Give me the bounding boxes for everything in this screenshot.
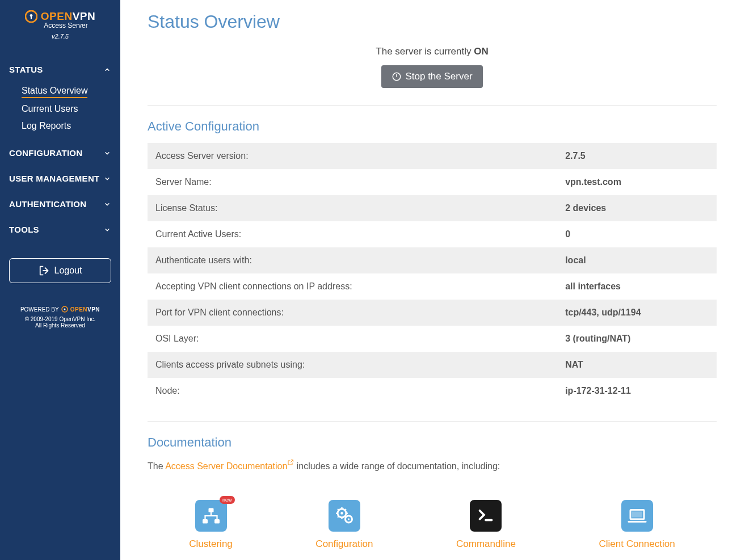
config-label: Node: [148, 378, 557, 404]
doc-card-commandline[interactable]: Commandline [456, 500, 516, 550]
chevron-down-icon [103, 149, 111, 157]
divider [148, 105, 717, 106]
svg-point-13 [348, 519, 350, 520]
chevron-down-icon [103, 175, 111, 183]
config-row: Node:ip-172-31-12-11 [148, 378, 717, 404]
divider [148, 421, 717, 422]
doc-card-configuration[interactable]: Configuration [315, 500, 373, 550]
svg-point-11 [340, 512, 343, 515]
doc-card-clustering[interactable]: newClustering [189, 500, 233, 550]
terminal-icon [470, 500, 502, 532]
config-row: Server Name:vpn.test.com [148, 169, 717, 195]
version-label: v2.7.5 [6, 33, 115, 40]
config-label: Server Name: [148, 169, 557, 195]
config-value: 3 (routing/NAT) [557, 326, 717, 352]
config-table: Access Server version:2.7.5Server Name:v… [148, 143, 717, 404]
config-value: all interfaces [557, 273, 717, 300]
external-link-icon [287, 459, 294, 466]
svg-rect-8 [203, 519, 208, 524]
openvpn-logo-icon [61, 306, 68, 313]
config-label: Port for VPN client connections: [148, 300, 557, 326]
cluster-icon [195, 500, 227, 532]
config-row: Clients access private subnets using:NAT [148, 352, 717, 378]
logo-section: OPENVPN Access Server v2.7.5 [0, 10, 120, 51]
openvpn-logo-icon [25, 10, 37, 23]
documentation-intro: The Access Server Documentation includes… [148, 459, 717, 471]
config-value: NAT [557, 352, 717, 378]
config-label: Authenticate users with: [148, 247, 557, 273]
chevron-down-icon [103, 200, 111, 208]
nav-item-status-overview[interactable]: Status Overview [22, 82, 87, 98]
config-value: 2 devices [557, 195, 717, 221]
config-row: Authenticate users with:local [148, 247, 717, 273]
config-label: Accepting VPN client connections on IP a… [148, 273, 557, 300]
power-icon [392, 71, 402, 82]
chevron-down-icon [103, 226, 111, 234]
config-row: License Status:2 devices [148, 195, 717, 221]
nav-item-current-users[interactable]: Current Users [22, 100, 120, 117]
svg-rect-16 [632, 512, 642, 518]
new-badge: new [220, 496, 235, 504]
logout-icon [39, 265, 51, 276]
nav-section-configuration[interactable]: CONFIGURATION [0, 140, 120, 166]
config-label: License Status: [148, 195, 557, 221]
nav-section-status[interactable]: STATUS [0, 57, 120, 82]
main-content: Status Overview The server is currently … [120, 0, 745, 560]
logo-text: OPENVPN [41, 10, 95, 23]
config-label: Clients access private subnets using: [148, 352, 557, 378]
config-value: 0 [557, 221, 717, 247]
config-row: Port for VPN client connections:tcp/443,… [148, 300, 717, 326]
sidebar: OPENVPN Access Server v2.7.5 STATUS Stat… [0, 0, 120, 560]
gears-icon [329, 500, 360, 532]
nav-section-user-management[interactable]: USER MANAGEMENT [0, 166, 120, 191]
svg-rect-9 [214, 519, 220, 524]
documentation-heading: Documentation [148, 435, 717, 450]
config-value: tcp/443, udp/1194 [557, 300, 717, 326]
config-label: Access Server version: [148, 143, 557, 169]
doc-link[interactable]: Access Server Documentation [165, 461, 294, 471]
logo-subtitle: Access Server [17, 22, 115, 30]
config-value: vpn.test.com [557, 169, 717, 195]
svg-rect-7 [208, 508, 213, 513]
logout-button[interactable]: Logout [9, 258, 111, 283]
stop-server-button[interactable]: Stop the Server [381, 65, 482, 88]
nav-section-tools[interactable]: TOOLS [0, 217, 120, 242]
config-label: OSI Layer: [148, 326, 557, 352]
config-label: Current Active Users: [148, 221, 557, 247]
laptop-icon [621, 500, 653, 532]
config-value: ip-172-31-12-11 [557, 378, 717, 404]
config-value: 2.7.5 [557, 143, 717, 169]
config-row: Access Server version:2.7.5 [148, 143, 717, 169]
config-row: OSI Layer:3 (routing/NAT) [148, 326, 717, 352]
svg-rect-2 [31, 16, 32, 19]
doc-caption: Clustering [189, 538, 233, 550]
doc-caption: Client Connection [599, 538, 675, 550]
server-status: The server is currently ON [148, 46, 717, 57]
doc-caption: Configuration [315, 538, 373, 550]
doc-caption: Commandline [456, 538, 516, 550]
config-row: Accepting VPN client connections on IP a… [148, 273, 717, 300]
nav-item-log-reports[interactable]: Log Reports [22, 117, 120, 134]
svg-point-4 [64, 309, 65, 310]
chevron-up-icon [103, 66, 111, 74]
nav-section-authentication[interactable]: AUTHENTICATION [0, 191, 120, 217]
sidebar-footer: POWERED BY OPENVPN © 2009-2019 OpenVPN I… [0, 306, 120, 329]
page-title: Status Overview [148, 11, 717, 32]
config-value: local [557, 247, 717, 273]
config-row: Current Active Users:0 [148, 221, 717, 247]
active-config-heading: Active Configuration [148, 119, 717, 134]
doc-card-client-connection[interactable]: Client Connection [599, 500, 675, 550]
